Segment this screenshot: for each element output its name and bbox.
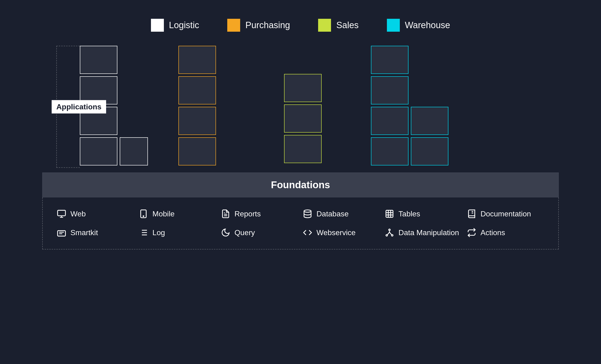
foundation-item-actions[interactable]: Actions (467, 228, 544, 237)
foundation-item-database[interactable]: Database (303, 209, 380, 218)
foundation-item-reports[interactable]: Reports (221, 209, 298, 218)
foundation-label-data-manipulation: Data Manipulation (398, 228, 459, 237)
purchasing-box-2[interactable] (179, 76, 216, 104)
data-manipulation-icon (385, 228, 394, 237)
foundation-item-tables[interactable]: Tables (385, 209, 462, 218)
foundation-item-smartkit[interactable]: Smartkit (57, 228, 134, 237)
foundation-item-log[interactable]: Log (139, 228, 216, 237)
foundations-header: Foundations (42, 173, 559, 197)
warehouse-column (371, 46, 460, 166)
monitor-icon (57, 209, 66, 218)
sales-column (284, 74, 324, 166)
actions-icon (467, 228, 476, 237)
purchasing-box-1[interactable] (179, 46, 216, 74)
reports-icon (221, 209, 230, 218)
foundation-label-database: Database (316, 210, 349, 218)
svg-point-26 (391, 235, 393, 236)
svg-point-24 (389, 229, 391, 231)
svg-point-4 (143, 216, 144, 216)
svg-rect-8 (386, 210, 393, 217)
logistic-box-4[interactable] (80, 137, 117, 166)
legend-item-warehouse: Warehouse (387, 19, 450, 32)
foundation-item-mobile[interactable]: Mobile (139, 209, 216, 218)
log-icon (139, 228, 148, 237)
legend-item-sales: Sales (318, 19, 359, 32)
mobile-icon (139, 209, 148, 218)
legend-label-sales: Sales (336, 20, 359, 30)
database-icon (303, 209, 312, 218)
foundation-item-query[interactable]: Query (221, 228, 298, 237)
sales-color-swatch (318, 19, 331, 32)
warehouse-box-4[interactable] (411, 107, 448, 135)
applications-label: Applications (52, 100, 106, 114)
foundation-label-query: Query (235, 228, 255, 237)
foundation-label-tables: Tables (398, 210, 420, 218)
purchasing-box-4[interactable] (179, 137, 216, 166)
legend: Logistic Purchasing Sales Warehouse (151, 19, 450, 32)
warehouse-box-1[interactable] (371, 46, 409, 74)
svg-point-7 (304, 210, 311, 212)
foundation-label-webservice: Webservice (316, 228, 356, 237)
legend-label-warehouse: Warehouse (405, 20, 450, 30)
main-container: Applications (42, 46, 559, 249)
warehouse-box-6[interactable] (411, 137, 448, 166)
logistic-box-5[interactable] (120, 137, 148, 166)
foundation-label-reports: Reports (235, 210, 261, 218)
sales-box-1[interactable] (284, 74, 322, 102)
foundation-label-smartkit: Smartkit (70, 228, 98, 237)
tables-icon (385, 209, 394, 218)
webservice-icon (303, 228, 312, 237)
query-icon (221, 228, 230, 237)
legend-item-logistic: Logistic (151, 19, 199, 32)
warehouse-box-3[interactable] (371, 107, 409, 135)
legend-label-logistic: Logistic (169, 20, 199, 30)
logistic-color-swatch (151, 19, 164, 32)
sales-box-2[interactable] (284, 104, 322, 133)
documentation-icon (467, 209, 476, 218)
foundation-item-documentation[interactable]: Documentation (467, 209, 544, 218)
logistic-box-1[interactable] (80, 46, 117, 74)
foundation-item-data-manipulation[interactable]: Data Manipulation (385, 228, 462, 237)
applications-label-container: Applications (42, 46, 80, 168)
foundation-label-actions: Actions (481, 228, 505, 237)
foundation-label-log: Log (152, 228, 165, 237)
legend-item-purchasing: Purchasing (227, 19, 290, 32)
foundations-title: Foundations (271, 179, 330, 190)
svg-point-25 (386, 235, 388, 236)
purchasing-column (179, 46, 218, 166)
purchasing-color-swatch (227, 19, 240, 32)
foundations-body: Web Mobile Reports Database (42, 197, 559, 249)
warehouse-box-5[interactable] (371, 137, 409, 166)
legend-label-purchasing: Purchasing (245, 20, 290, 30)
foundation-label-documentation: Documentation (481, 210, 531, 218)
foundation-item-webservice[interactable]: Webservice (303, 228, 380, 237)
svg-rect-0 (58, 210, 65, 216)
purchasing-box-3[interactable] (179, 107, 216, 135)
warehouse-box-2[interactable] (371, 76, 409, 104)
smartkit-icon (57, 228, 66, 237)
warehouse-color-swatch (387, 19, 400, 32)
foundations-section: Foundations Web Mobile Reports (42, 173, 559, 249)
foundation-label-mobile: Mobile (152, 210, 174, 218)
foundation-item-web[interactable]: Web (57, 209, 134, 218)
diagram-area: Applications (42, 46, 559, 168)
columns-area (80, 46, 559, 166)
foundation-label-web: Web (70, 210, 86, 218)
sales-box-3[interactable] (284, 135, 322, 163)
